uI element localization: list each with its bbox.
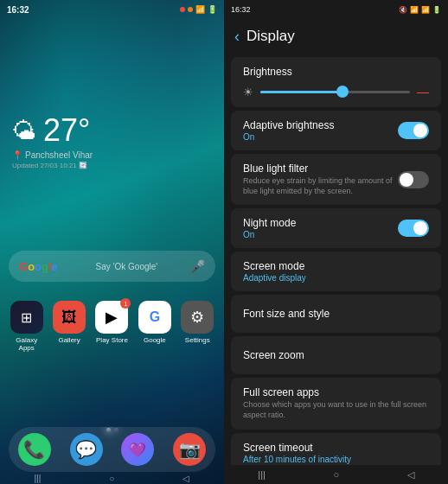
dock: 📞 💬 💜 📷	[9, 427, 215, 472]
signal-icon: 📶	[195, 5, 205, 14]
right-panel: 16:32 🔇 📶 📶 🔋 ‹ Display Brightness ☀ —	[224, 0, 448, 484]
nav-home-right[interactable]: ○	[333, 469, 339, 480]
full-screen-left: Full screen apps Choose which apps you w…	[243, 386, 429, 420]
full-screen-section: Full screen apps Choose which apps you w…	[231, 378, 441, 429]
blue-light-section: Blue light filter Reduce eye strain by l…	[231, 154, 441, 205]
brightness-high-icon: —	[417, 85, 429, 99]
screen-timeout-sub: After 10 minutes of inactivity	[243, 455, 429, 464]
brightness-label: Brightness	[243, 66, 429, 78]
screen-timeout-item[interactable]: Screen timeout After 10 minutes of inact…	[231, 433, 441, 465]
screen-mode-sub: Adaptive display	[243, 273, 429, 283]
screen-mode-title: Screen mode	[243, 260, 429, 272]
full-screen-desc: Choose which apps you want to use in the…	[243, 400, 429, 420]
night-mode-toggle[interactable]	[398, 220, 429, 237]
slider-fill	[260, 91, 342, 93]
nav-bar-left: ||| ○ ◁	[0, 472, 224, 484]
dock-social[interactable]: 💜	[121, 433, 154, 466]
screen-mode-item[interactable]: Screen mode Adaptive display	[231, 252, 441, 291]
battery-icon: 🔋	[208, 5, 217, 14]
weather-temp: 27°	[43, 112, 90, 149]
adaptive-brightness-toggle[interactable]	[398, 122, 429, 139]
back-button[interactable]: ‹	[234, 28, 240, 46]
nav-recent-right[interactable]: |||	[258, 469, 266, 480]
screen-timeout-section: Screen timeout After 10 minutes of inact…	[231, 433, 441, 465]
title-bar: ‹ Display	[224, 19, 448, 54]
dock-phone[interactable]: 📞	[18, 433, 51, 466]
weather-icon: 🌤	[12, 117, 36, 145]
dot-orange-icon	[188, 7, 193, 12]
play-store-label: Play Store	[96, 336, 128, 344]
app-settings[interactable]: ⚙ Settings	[178, 301, 217, 352]
app-google[interactable]: G Google	[135, 301, 174, 352]
app-grid: ⊞ GalaxyApps 🖼 Gallery ▶ 1 Play Store G …	[0, 301, 224, 352]
settings-app-label: Settings	[185, 336, 210, 344]
time-left: 16:32	[7, 5, 29, 15]
dock-camera[interactable]: 📷	[173, 433, 206, 466]
screen-zoom-section: Screen zoom	[231, 336, 441, 374]
night-mode-item: Night mode On	[231, 208, 441, 248]
blue-light-item: Blue light filter Reduce eye strain by l…	[231, 154, 441, 205]
play-badge: 1	[120, 298, 131, 309]
gallery-label: Gallery	[58, 336, 80, 344]
screen-mode-section: Screen mode Adaptive display	[231, 252, 441, 291]
notification-icon: 🔇	[399, 6, 407, 14]
screen-timeout-title: Screen timeout	[243, 442, 429, 454]
dot-red-icon	[180, 7, 185, 12]
font-section: Font size and style	[231, 295, 441, 333]
adaptive-brightness-sub: On	[243, 132, 398, 142]
font-title: Font size and style	[243, 308, 330, 320]
time-right: 16:32	[231, 5, 251, 14]
wallpaper	[0, 0, 224, 484]
screen-zoom-item[interactable]: Screen zoom	[231, 336, 441, 374]
screen-zoom-title: Screen zoom	[243, 349, 304, 361]
galaxy-apps-icon: ⊞	[10, 301, 43, 334]
wifi-icon: 📶	[410, 6, 419, 14]
brightness-section: Brightness ☀ —	[231, 57, 441, 107]
night-mode-section: Night mode On	[231, 208, 441, 248]
nav-home-left[interactable]: ○	[109, 474, 114, 483]
blue-light-left: Blue light filter Reduce eye strain by l…	[243, 162, 398, 196]
left-panel: 16:32 📶 🔋 🌤 27° 📍 Panchsheel Vihar Updat…	[0, 0, 224, 484]
night-mode-left: Night mode On	[243, 217, 398, 239]
nav-back-left[interactable]: ◁	[182, 474, 189, 483]
font-item[interactable]: Font size and style	[231, 295, 441, 333]
search-bar[interactable]: Google Say 'Ok Google' 🎤	[9, 251, 215, 282]
search-hint: Say 'Ok Google'	[63, 262, 190, 271]
night-mode-title: Night mode	[243, 217, 398, 229]
status-bar-left: 16:32 📶 🔋	[0, 0, 224, 19]
toggle-thumb-bl	[400, 173, 413, 187]
night-mode-sub: On	[243, 230, 398, 239]
adaptive-brightness-section: Adaptive brightness On	[231, 111, 441, 150]
blue-light-toggle[interactable]	[398, 171, 429, 188]
blue-light-desc: Reduce eye strain by limiting the amount…	[243, 176, 398, 196]
signal-right-icon: 📶	[421, 6, 430, 14]
slider-thumb	[336, 86, 349, 98]
brightness-slider[interactable]	[260, 91, 410, 93]
full-screen-title: Full screen apps	[243, 386, 429, 398]
google-label: Google	[144, 336, 166, 344]
galaxy-apps-label: GalaxyApps	[16, 336, 37, 352]
brightness-low-icon: ☀	[243, 86, 253, 99]
nav-recent-left[interactable]: |||	[35, 474, 42, 483]
weather-updated: Updated 27/03 10:21 🔄	[12, 162, 93, 169]
toggle-thumb	[413, 124, 427, 137]
status-bar-right: 16:32 🔇 📶 📶 🔋	[224, 0, 448, 19]
screen-timeout-left: Screen timeout After 10 minutes of inact…	[243, 442, 429, 464]
app-gallery[interactable]: 🖼 Gallery	[49, 301, 88, 352]
settings-app-icon: ⚙	[181, 301, 214, 334]
settings-list[interactable]: Brightness ☀ — Adaptive brightness On	[224, 54, 448, 465]
screen-mode-left: Screen mode Adaptive display	[243, 260, 429, 283]
google-logo: Google	[19, 260, 58, 273]
blue-light-title: Blue light filter	[243, 162, 398, 175]
app-play-store[interactable]: ▶ 1 Play Store	[93, 301, 131, 352]
adaptive-brightness-title: Adaptive brightness	[243, 119, 398, 131]
app-galaxy-apps[interactable]: ⊞ GalaxyApps	[7, 301, 46, 352]
google-icon: G	[138, 301, 171, 334]
battery-right-icon: 🔋	[432, 6, 441, 14]
status-icons-right: 🔇 📶 📶 🔋	[399, 6, 441, 14]
nav-back-right[interactable]: ◁	[407, 469, 414, 481]
full-screen-item[interactable]: Full screen apps Choose which apps you w…	[231, 378, 441, 429]
gallery-icon: 🖼	[53, 301, 86, 334]
microphone-icon[interactable]: 🎤	[190, 259, 205, 273]
dock-messages[interactable]: 💬	[70, 433, 103, 466]
